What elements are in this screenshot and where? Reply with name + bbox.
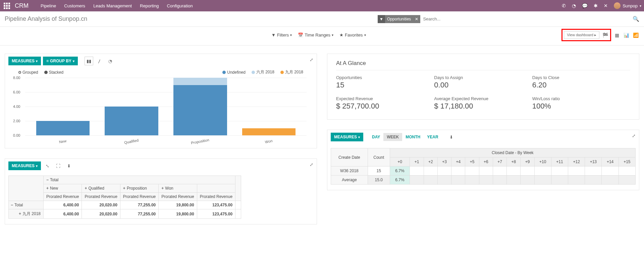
view-list-icon[interactable]: ▦ (613, 31, 621, 39)
flip-icon[interactable]: ⤡ (43, 161, 52, 170)
bar-chart-icon[interactable]: ▮▮ (85, 57, 93, 65)
expand-all-icon[interactable]: ⛶ (54, 161, 62, 170)
cohort-tab-week[interactable]: WEEK (383, 133, 402, 141)
pivot-table: −Total+New+Qualified+Proposition+WonPror… (8, 176, 241, 219)
line-chart-icon[interactable]: 〳 (95, 57, 104, 65)
bug-icon[interactable]: ✱ (594, 3, 598, 8)
cohort-tabs: DAYWEEKMONTHYEAR (369, 133, 442, 141)
filters-menu[interactable]: ▼ Filters (271, 32, 292, 38)
favorites-menu[interactable]: ★ Favorites (339, 32, 366, 38)
main-nav: Pipeline Customers Leads Management Repo… (41, 3, 193, 8)
bar-chart: 0.002.004.006.008.00NewQualifiedProposit… (25, 78, 307, 145)
pivot-panel: ⤢ MEASURES ⤡ ⛶ ⬇ −Total+New+Qualified+Pr… (5, 158, 317, 224)
nav-leads[interactable]: Leads Management (93, 3, 132, 8)
measures-button[interactable]: MEASURES (8, 57, 41, 65)
search-input[interactable] (420, 15, 633, 23)
subheader: Pipeline Analysis of Sunpop.cn ▼ Opportu… (0, 11, 644, 27)
control-row: ▼ Filters 📅 Time Ranges ★ Favorites View… (0, 27, 644, 46)
legend-sept[interactable]: 九月 2018 (280, 69, 303, 75)
chart-legend: Grouped Stacked Undefined 六月 2018 九月 201… (5, 68, 317, 75)
chat-icon[interactable]: 💬 (582, 3, 588, 8)
view-dashboard-button[interactable]: View dashboard ▸ (564, 31, 599, 39)
clock-icon[interactable]: ◔ (572, 3, 576, 8)
search-icon[interactable]: 🔍 (633, 16, 639, 22)
time-ranges-menu[interactable]: 📅 Time Ranges (298, 32, 333, 38)
pie-chart-icon[interactable]: ◔ (106, 57, 115, 65)
apps-icon[interactable] (3, 2, 11, 10)
nav-pipeline[interactable]: Pipeline (41, 3, 56, 8)
nav-configuration[interactable]: Configuration (167, 3, 193, 8)
mode-stacked[interactable]: Stacked (44, 70, 63, 75)
legend-undefined[interactable]: Undefined (222, 70, 246, 75)
legend-june[interactable]: 六月 2018 (252, 69, 274, 75)
highlight-box: View dashboard ▸ 🏁 (561, 29, 611, 41)
user-menu[interactable]: Sunpop (614, 2, 641, 9)
cohort-panel: ⤢ MEASURES DAYWEEKMONTHYEAR ⬇ Create Dat… (327, 130, 639, 190)
search-facet: ▼ Opportunities ✕ (378, 15, 420, 23)
groupby-button[interactable]: ≡ GROUP BY (43, 57, 78, 65)
topbar: CRM Pipeline Customers Leads Management … (0, 0, 644, 11)
cohort-tab-day[interactable]: DAY (369, 133, 383, 141)
download-icon[interactable]: ⬇ (447, 133, 456, 141)
cohort-tab-month[interactable]: MONTH (402, 133, 424, 141)
user-name: Sunpop (623, 3, 638, 8)
expand-icon[interactable]: ⤢ (632, 133, 636, 138)
chart-panel: ⤢ MEASURES ≡ GROUP BY ▮▮ 〳 ◔ Grouped Sta… (5, 54, 317, 148)
view-graph-icon[interactable]: 📊 (623, 31, 630, 39)
mode-grouped[interactable]: Grouped (18, 70, 38, 75)
facet-label: Opportunities (385, 17, 413, 21)
measures-button[interactable]: MEASURES (331, 133, 363, 141)
cohort-tab-year[interactable]: YEAR (424, 133, 441, 141)
dashboard-icon[interactable]: 🏁 (601, 31, 609, 39)
nav-reporting[interactable]: Reporting (140, 3, 159, 8)
app-brand[interactable]: CRM (15, 2, 29, 9)
measures-button[interactable]: MEASURES (8, 161, 41, 170)
expand-icon[interactable]: ⤢ (310, 57, 313, 62)
cohort-table: Create DateCountClosed Date - By Week+0+… (331, 148, 636, 185)
filter-icon: ▼ (378, 15, 385, 23)
view-bars-icon[interactable]: 📶 (632, 31, 639, 39)
download-icon[interactable]: ⬇ (64, 161, 73, 170)
phone-icon[interactable]: ✆ (562, 3, 566, 8)
search-bar: ▼ Opportunities ✕ 🔍 (378, 15, 639, 23)
close-icon[interactable]: ✕ (604, 3, 608, 8)
avatar (614, 2, 621, 9)
glance-title: At A Glance (336, 60, 630, 70)
page-title: Pipeline Analysis of Sunpop.cn (5, 15, 87, 22)
facet-remove-icon[interactable]: ✕ (413, 17, 420, 21)
expand-icon[interactable]: ⤢ (310, 162, 313, 167)
nav-customers[interactable]: Customers (64, 3, 85, 8)
glance-panel: At A Glance Opportunities15Days to Assig… (327, 54, 639, 120)
